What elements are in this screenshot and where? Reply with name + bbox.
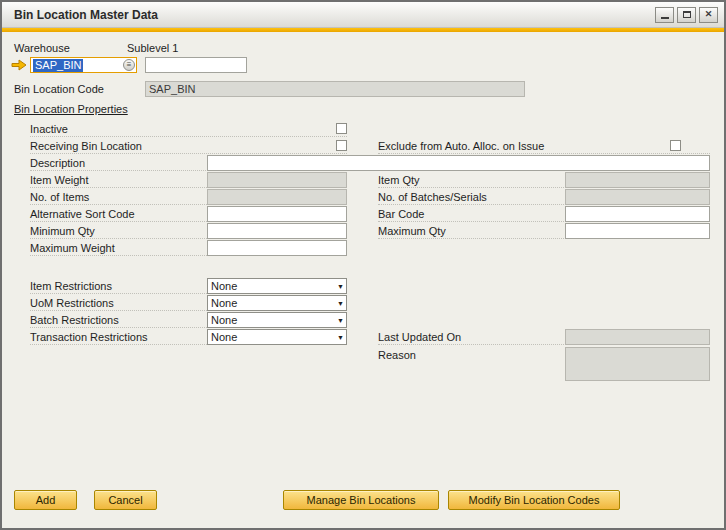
item-weight-label: Item Weight <box>30 172 89 188</box>
chevron-down-icon: ▼ <box>337 317 344 324</box>
form-content: Warehouse Sublevel 1 SAP_BIN ≡ Bin Locat… <box>2 32 724 526</box>
uom-restrictions-select[interactable]: None ▼ <box>207 295 347 311</box>
minimize-icon <box>661 17 669 19</box>
receiving-bin-location-label: Receiving Bin Location <box>30 138 142 154</box>
bin-location-master-data-window: Bin Location Master Data ✕ Warehouse Sub… <box>0 0 726 530</box>
title-bar[interactable]: Bin Location Master Data ✕ <box>2 2 724 28</box>
transaction-restrictions-label: Transaction Restrictions <box>30 329 148 345</box>
chevron-down-icon: ▼ <box>337 334 344 341</box>
no-of-batches-serials-label: No. of Batches/Serials <box>378 189 487 205</box>
close-icon: ✕ <box>705 10 713 19</box>
link-arrow-icon[interactable] <box>11 59 27 71</box>
uom-restrictions-value: None <box>211 297 237 309</box>
item-weight-field <box>207 172 347 188</box>
maximum-qty-input[interactable] <box>565 223 710 239</box>
uom-restrictions-label: UoM Restrictions <box>30 295 114 311</box>
cancel-button[interactable]: Cancel <box>94 490 157 510</box>
batch-restrictions-label: Batch Restrictions <box>30 312 119 328</box>
no-of-items-label: No. of Items <box>30 189 89 205</box>
alternative-sort-code-label: Alternative Sort Code <box>30 206 135 222</box>
inactive-row: Inactive <box>30 121 347 137</box>
bin-location-properties-title: Bin Location Properties <box>14 103 128 115</box>
transaction-restrictions-select[interactable]: None ▼ <box>207 329 347 345</box>
item-qty-label: Item Qty <box>378 172 420 188</box>
exclude-auto-alloc-label: Exclude from Auto. Alloc. on Issue <box>378 138 544 154</box>
item-restrictions-value: None <box>211 280 237 292</box>
reason-field <box>565 347 710 381</box>
maximum-weight-label: Maximum Weight <box>30 240 115 256</box>
receiving-row: Receiving Bin Location <box>30 138 347 154</box>
manage-bin-locations-button[interactable]: Manage Bin Locations <box>283 490 439 510</box>
batch-restrictions-value: None <box>211 314 237 326</box>
warehouse-label: Warehouse <box>14 40 70 56</box>
transaction-restrictions-value: None <box>211 331 237 343</box>
description-label: Description <box>30 155 85 171</box>
modify-bin-location-codes-button[interactable]: Modify Bin Location Codes <box>448 490 620 510</box>
receiving-bin-location-checkbox[interactable] <box>336 140 347 151</box>
last-updated-on-field <box>565 329 710 345</box>
maximum-qty-label: Maximum Qty <box>378 223 446 239</box>
close-button[interactable]: ✕ <box>699 7 718 23</box>
minimum-qty-input[interactable] <box>207 223 347 239</box>
exclude-auto-alloc-checkbox[interactable] <box>670 140 681 151</box>
no-of-batches-serials-field <box>565 189 710 205</box>
sublevel-label: Sublevel 1 <box>127 40 178 56</box>
bin-location-code-value: SAP_BIN <box>145 81 525 97</box>
window-title: Bin Location Master Data <box>14 8 158 22</box>
maximize-icon <box>683 11 691 18</box>
choose-from-list-icon[interactable]: ≡ <box>123 59 135 71</box>
item-restrictions-select[interactable]: None ▼ <box>207 278 347 294</box>
warehouse-value: SAP_BIN <box>33 59 83 72</box>
item-restrictions-label: Item Restrictions <box>30 278 112 294</box>
no-of-items-field <box>207 189 347 205</box>
batch-restrictions-select[interactable]: None ▼ <box>207 312 347 328</box>
bar-code-label: Bar Code <box>378 206 424 222</box>
inactive-label: Inactive <box>30 121 68 137</box>
inactive-checkbox[interactable] <box>336 123 347 134</box>
window-controls: ✕ <box>655 7 718 23</box>
alternative-sort-code-input[interactable] <box>207 206 347 222</box>
add-button[interactable]: Add <box>14 490 77 510</box>
last-updated-on-label: Last Updated On <box>378 329 461 345</box>
description-input[interactable] <box>207 155 710 171</box>
minimize-button[interactable] <box>655 7 674 23</box>
maximize-button[interactable] <box>677 7 696 23</box>
warehouse-field[interactable]: SAP_BIN ≡ <box>30 57 137 73</box>
chevron-down-icon: ▼ <box>337 283 344 290</box>
chevron-down-icon: ▼ <box>337 300 344 307</box>
bin-location-code-label: Bin Location Code <box>14 81 104 97</box>
maximum-weight-input[interactable] <box>207 240 347 256</box>
item-qty-field <box>565 172 710 188</box>
bar-code-input[interactable] <box>565 206 710 222</box>
reason-label: Reason <box>378 347 416 363</box>
sublevel-input[interactable] <box>145 57 247 73</box>
minimum-qty-label: Minimum Qty <box>30 223 95 239</box>
exclude-row: Exclude from Auto. Alloc. on Issue <box>378 138 710 154</box>
